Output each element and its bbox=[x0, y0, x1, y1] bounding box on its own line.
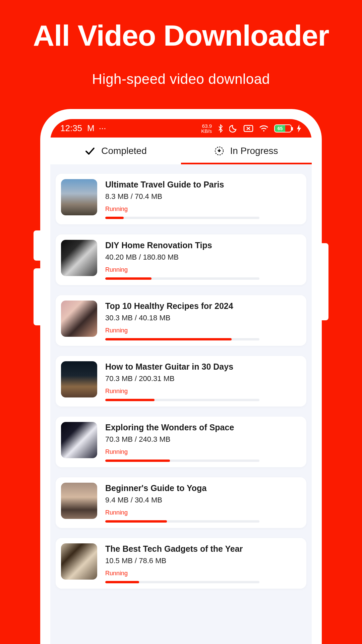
item-size: 10.5 MB / 78.6 MB bbox=[105, 556, 301, 565]
item-size: 70.3 MB / 200.31 MB bbox=[105, 374, 301, 383]
tab-label: Completed bbox=[101, 146, 146, 156]
thumbnail bbox=[61, 422, 97, 458]
item-size: 8.3 MB / 70.4 MB bbox=[105, 192, 301, 201]
tab-in-progress[interactable]: In Progress bbox=[181, 138, 312, 164]
thumbnail bbox=[61, 301, 97, 337]
progress-bar bbox=[105, 460, 259, 462]
download-item[interactable]: Ultimate Travel Guide to Paris 8.3 MB / … bbox=[56, 174, 306, 224]
item-title: DIY Home Renovation Tips bbox=[105, 240, 301, 250]
network-speed: 63.9 KB/s bbox=[201, 123, 212, 133]
progress-bar bbox=[105, 217, 259, 219]
battery-icon: 65 bbox=[274, 124, 292, 132]
phone-frame: 12:35 M ··· 63.9 KB/s 65 bbox=[40, 109, 322, 644]
item-title: Beginner's Guide to Yoga bbox=[105, 483, 301, 493]
thumbnail bbox=[61, 543, 97, 580]
moon-icon bbox=[229, 124, 238, 133]
tab-label: In Progress bbox=[230, 146, 278, 156]
thumbnail bbox=[61, 179, 97, 215]
phone-side-button bbox=[34, 230, 40, 261]
item-title: Ultimate Travel Guide to Paris bbox=[105, 180, 301, 190]
item-status: Running bbox=[105, 448, 301, 455]
page-title: All Video Downloader bbox=[0, 18, 362, 53]
item-status: Running bbox=[105, 570, 301, 577]
thumbnail bbox=[61, 361, 97, 397]
item-size: 9.4 MB / 30.4 MB bbox=[105, 496, 301, 504]
tab-completed[interactable]: Completed bbox=[50, 138, 181, 164]
progress-bar bbox=[105, 520, 259, 523]
progress-bar bbox=[105, 338, 259, 340]
thumbnail bbox=[61, 483, 97, 519]
phone-side-button bbox=[322, 243, 328, 320]
mail-icon: M bbox=[87, 123, 94, 133]
progress-bar bbox=[105, 399, 259, 401]
download-list[interactable]: Ultimate Travel Guide to Paris 8.3 MB / … bbox=[50, 164, 312, 589]
charging-icon bbox=[297, 124, 302, 132]
phone-screen: 12:35 M ··· 63.9 KB/s 65 bbox=[50, 119, 312, 644]
status-bar: 12:35 M ··· 63.9 KB/s 65 bbox=[50, 119, 312, 138]
download-progress-icon bbox=[215, 146, 224, 156]
download-item[interactable]: The Best Tech Gadgets of the Year 10.5 M… bbox=[56, 538, 306, 589]
item-status: Running bbox=[105, 509, 301, 516]
item-status: Running bbox=[105, 206, 301, 213]
progress-bar bbox=[105, 581, 259, 583]
item-status: Running bbox=[105, 327, 301, 334]
page-subtitle: High-speed video download bbox=[0, 71, 362, 87]
more-icon: ··· bbox=[99, 123, 106, 133]
item-title: How to Master Guitar in 30 Days bbox=[105, 362, 301, 372]
item-size: 40.20 MB / 180.80 MB bbox=[105, 253, 301, 262]
item-status: Running bbox=[105, 388, 301, 395]
download-item[interactable]: Beginner's Guide to Yoga 9.4 MB / 30.4 M… bbox=[56, 477, 306, 528]
item-status: Running bbox=[105, 266, 301, 273]
bluetooth-icon bbox=[217, 124, 224, 133]
progress-bar bbox=[105, 277, 259, 280]
check-icon bbox=[84, 146, 95, 156]
download-item[interactable]: DIY Home Renovation Tips 40.20 MB / 180.… bbox=[56, 234, 306, 285]
download-item[interactable]: Exploring the Wonders of Space 70.3 MB /… bbox=[56, 417, 306, 467]
thumbnail bbox=[61, 240, 97, 276]
item-title: Top 10 Healthy Recipes for 2024 bbox=[105, 301, 301, 311]
download-item[interactable]: How to Master Guitar in 30 Days 70.3 MB … bbox=[56, 356, 306, 407]
wifi-icon bbox=[259, 124, 269, 132]
tabs: Completed In Progress bbox=[50, 138, 312, 164]
status-time: 12:35 bbox=[60, 123, 82, 133]
item-title: The Best Tech Gadgets of the Year bbox=[105, 544, 301, 554]
no-sim-icon bbox=[243, 125, 253, 132]
item-size: 70.3 MB / 240.3 MB bbox=[105, 435, 301, 444]
item-title: Exploring the Wonders of Space bbox=[105, 423, 301, 432]
phone-side-button bbox=[34, 268, 40, 325]
item-size: 30.3 MB / 40.18 MB bbox=[105, 314, 301, 322]
download-item[interactable]: Top 10 Healthy Recipes for 2024 30.3 MB … bbox=[56, 295, 306, 346]
